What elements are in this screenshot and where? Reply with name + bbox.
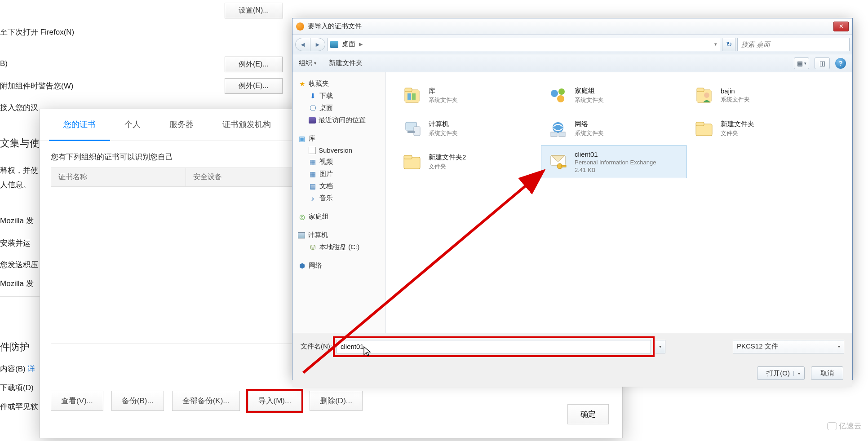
svg-rect-11 (414, 127, 420, 136)
file-sub: 系统文件夹 (575, 129, 604, 137)
sidebar-navpane: ★收藏夹 ⬇下载 🖵桌面 最近访问的位置 ▣库 Subversion ▦视频 ▦… (292, 72, 386, 333)
search-input[interactable] (737, 38, 850, 51)
file-sub: 文件夹 (721, 129, 754, 137)
svg-point-13 (553, 122, 563, 133)
lib-icon (400, 83, 424, 107)
tab-personal[interactable]: 个人 (110, 109, 155, 141)
file-name: 网络 (575, 120, 604, 128)
breadcrumb-text: 桌面 (342, 40, 355, 49)
svg-rect-3 (412, 93, 416, 100)
chevron-down-icon[interactable]: ▾ (714, 41, 717, 47)
refresh-button[interactable]: ↻ (722, 38, 735, 51)
sb-libraries[interactable]: ▣库 (292, 132, 385, 145)
ok-button[interactable]: 确定 (567, 404, 609, 424)
svg-rect-14 (551, 132, 557, 137)
open-button[interactable]: 打开(O)▾ (757, 366, 805, 380)
b-text: B) (0, 59, 8, 68)
exception2-button[interactable]: 例外(E)... (225, 78, 283, 94)
preview-pane-button[interactable]: ◫ (815, 57, 830, 69)
svg-rect-8 (697, 88, 704, 92)
next-open-text: 至下次打开 Firefox(N) (0, 27, 74, 37)
breadcrumb-path[interactable]: 桌面 ▶ ▾ (327, 38, 720, 51)
file-list-area[interactable]: 库 系统文件夹 家庭组 系统文件夹 bajin 系统文件夹 计算机 系统文件夹 … (386, 72, 852, 333)
file-name: 计算机 (429, 120, 458, 128)
filename-input[interactable] (337, 340, 651, 353)
sb-pictures[interactable]: ▦图片 (292, 168, 385, 180)
folder-icon (692, 116, 716, 141)
sb-subversion[interactable]: Subversion (292, 145, 385, 156)
settings-button[interactable]: 设置(N)... (225, 3, 283, 18)
tab-servers[interactable]: 服务器 (155, 109, 208, 141)
file-sub: 文件夹 (429, 163, 466, 171)
sb-favorites[interactable]: ★收藏夹 (292, 78, 385, 90)
file-item-计算机[interactable]: 计算机 系统文件夹 (395, 112, 541, 145)
sb-network[interactable]: ⬢网络 (292, 260, 385, 272)
filename-dropdown-arrow[interactable]: ▾ (655, 340, 665, 353)
view-options-button[interactable]: ▤▾ (794, 57, 809, 69)
view-button[interactable]: 查看(V)... (51, 391, 103, 411)
computer-icon (400, 116, 424, 141)
file-name: 新建文件夹2 (429, 153, 466, 162)
svg-point-6 (557, 95, 564, 102)
file-name: client01 (575, 150, 656, 158)
sb-video[interactable]: ▦视频 (292, 156, 385, 168)
sb-desktop[interactable]: 🖵桌面 (292, 102, 385, 114)
forward-button[interactable]: ► (310, 38, 325, 51)
file-item-网络[interactable]: 网络 系统文件夹 (541, 112, 687, 145)
file-sub: 系统文件夹 (429, 96, 458, 104)
import-button[interactable]: 导入(M)... (248, 391, 302, 411)
warn-addons-text: 附加组件时警告您(W) (0, 81, 73, 91)
backlog-text: 您发送积压 (0, 260, 38, 270)
file-sub: 系统文件夹 (721, 96, 750, 104)
dialog-buttons: 打开(O)▾ 取消 (292, 360, 852, 387)
tab-your-certs[interactable]: 您的证书 (49, 109, 110, 141)
filename-label: 文件名(N): (301, 342, 332, 351)
file-name: 家庭组 (575, 87, 604, 95)
network-icon (546, 116, 570, 141)
help-button[interactable]: ? (835, 58, 846, 69)
collect-title: 文集与使 (0, 137, 40, 150)
file-item-新建文件夹2[interactable]: 新建文件夹2 文件夹 (395, 145, 541, 178)
sb-recent[interactable]: 最近访问的位置 (292, 114, 385, 126)
toolbar: 组织 新建文件夹 ▤▾ ◫ ? (292, 54, 852, 72)
tab-authorities[interactable]: 证书颁发机构 (208, 109, 285, 141)
sb-downloads[interactable]: ⬇下载 (292, 90, 385, 102)
watermark: 亿速云 (827, 421, 862, 431)
sb-music[interactable]: ♪音乐 (292, 192, 385, 204)
sb-computer[interactable]: 计算机 (292, 229, 385, 241)
dialog-titlebar[interactable]: 要导入的证书文件 ✕ (292, 18, 852, 35)
file-item-client01[interactable]: client01 Personal Information Exchange2.… (541, 145, 687, 178)
right-title: 释权，并使 (0, 165, 38, 176)
sb-localdisk-c[interactable]: ⛁本地磁盘 (C:) (292, 241, 385, 253)
install-text: 安装并运 (0, 238, 31, 248)
file-item-新建文件夹[interactable]: 新建文件夹 文件夹 (687, 112, 833, 145)
cancel-button[interactable]: 取消 (811, 366, 843, 380)
close-button[interactable]: ✕ (833, 22, 849, 31)
firefox-icon (296, 22, 304, 31)
organize-menu[interactable]: 组织 (299, 59, 316, 67)
dialog-title: 要导入的证书文件 (308, 22, 833, 31)
access-text: 接入您的汉 (0, 102, 38, 113)
file-name: 库 (429, 87, 458, 95)
sb-homegroup[interactable]: ◎家庭组 (292, 211, 385, 223)
file-item-库[interactable]: 库 系统文件夹 (395, 79, 541, 112)
sb-documents[interactable]: ▤文档 (292, 180, 385, 192)
backup-all-button[interactable]: 全部备份(K)... (172, 391, 240, 411)
filetype-filter-dropdown[interactable]: PKCS12 文件 (733, 340, 844, 353)
file-name: bajin (721, 87, 750, 95)
chevron-right-icon[interactable]: ▶ (359, 41, 363, 47)
user-icon (692, 83, 716, 107)
exception1-button[interactable]: 例外(E)... (225, 57, 283, 72)
new-folder-button[interactable]: 新建文件夹 (329, 59, 363, 67)
file-item-bajin[interactable]: bajin 系统文件夹 (687, 79, 833, 112)
file-name: 新建文件夹 (721, 120, 754, 128)
file-sub: Personal Information Exchange (575, 159, 656, 166)
watermark-logo-icon (827, 422, 837, 430)
rare-files: 件或罕见软 (0, 401, 38, 412)
delete-button[interactable]: 删除(D)... (310, 391, 363, 411)
back-button[interactable]: ◄ (295, 38, 310, 51)
file-item-家庭组[interactable]: 家庭组 系统文件夹 (541, 79, 687, 112)
th-cert-name[interactable]: 证书名称 (51, 168, 186, 186)
svg-rect-15 (559, 132, 565, 137)
backup-button[interactable]: 备份(B)... (111, 391, 164, 411)
